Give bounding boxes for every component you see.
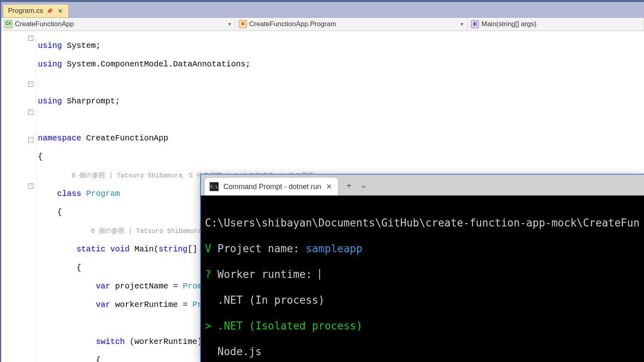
method-icon: ◧ [471, 20, 479, 28]
option-2[interactable]: Node.js [217, 346, 262, 358]
file-tabbar: Program.cs 📌 ✕ [1, 2, 644, 18]
terminal-tabbar: C:\ Command Prompt - dotnet run ✕ ＋ ⌄ [201, 175, 644, 195]
fold-toggle[interactable]: − [28, 137, 33, 142]
terminal-cwd: C:\Users\shibayan\Documents\GitHub\creat… [205, 216, 642, 229]
file-tab-program[interactable]: Program.cs 📌 ✕ [3, 4, 69, 17]
tab-dropdown-button[interactable]: ⌄ [360, 180, 367, 190]
terminal-tab[interactable]: C:\ Command Prompt - dotnet run ✕ [205, 178, 338, 195]
pin-icon[interactable]: 📌 [46, 8, 53, 14]
close-icon[interactable]: ✕ [56, 7, 64, 15]
chevron-down-icon: ▼ [227, 22, 232, 27]
terminal-tab-title: Command Prompt - dotnet run [223, 183, 321, 191]
cursor [319, 269, 320, 280]
option-0[interactable]: .NET (In process) [217, 294, 324, 306]
project-selector[interactable]: C# CreateFunctionApp ▼ [1, 18, 235, 31]
terminal-window: C:\ Command Prompt - dotnet run ✕ ＋ ⌄ C:… [200, 174, 644, 362]
class-icon: ⧉ [239, 20, 247, 28]
gutter: − − − − − [1, 31, 36, 362]
fold-toggle[interactable]: − [28, 109, 33, 115]
type-selector[interactable]: ⧉ CreateFunctionApp.Program ▼ [235, 18, 468, 31]
csharp-project-icon: C# [4, 20, 12, 28]
terminal-body[interactable]: C:\Users\shibayan\Documents\GitHub\creat… [201, 195, 644, 362]
cmd-icon: C:\ [210, 182, 219, 191]
add-tab-button[interactable]: ＋ [345, 180, 353, 191]
tab-title: Program.cs [8, 7, 43, 15]
option-1-selected[interactable]: .NET (Isolated process) [217, 320, 362, 332]
fold-toggle[interactable]: − [28, 82, 33, 87]
fold-toggle[interactable]: − [28, 35, 33, 41]
type-name: CreateFunctionApp.Program [249, 20, 336, 28]
chevron-down-icon: ▼ [460, 22, 464, 27]
project-name: CreateFunctionApp [15, 20, 74, 28]
member-name: Main(string[] args) [481, 20, 537, 28]
fold-toggle[interactable]: − [28, 183, 33, 189]
member-selector[interactable]: ◧ Main(string[] args) [468, 18, 644, 31]
close-icon[interactable]: ✕ [326, 182, 332, 191]
navigation-bar: C# CreateFunctionApp ▼ ⧉ CreateFunctionA… [1, 18, 644, 31]
